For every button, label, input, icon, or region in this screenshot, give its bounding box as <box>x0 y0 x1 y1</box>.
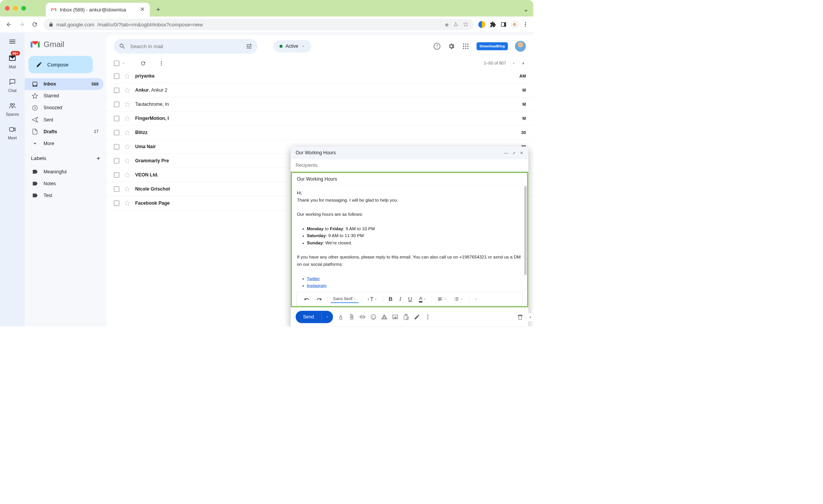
star-icon[interactable] <box>124 130 130 136</box>
message-checkbox[interactable] <box>114 158 119 163</box>
star-icon[interactable] <box>124 102 130 108</box>
nav-starred[interactable]: Starred <box>25 90 104 102</box>
italic-button[interactable]: I <box>397 294 404 304</box>
image-icon[interactable] <box>392 314 399 320</box>
star-icon[interactable] <box>124 116 130 122</box>
redo-button[interactable] <box>314 295 324 303</box>
prev-page-icon[interactable] <box>511 61 516 66</box>
list-button[interactable] <box>451 295 466 303</box>
font-selector[interactable]: Sans Serif <box>330 295 359 303</box>
send-button[interactable]: Send <box>296 311 333 323</box>
mini-chat[interactable]: Chat <box>4 77 21 93</box>
org-badge[interactable]: iDownloadBlog <box>476 42 508 50</box>
message-checkbox[interactable] <box>114 102 119 107</box>
message-checkbox[interactable] <box>114 73 119 79</box>
star-icon[interactable] <box>124 172 130 178</box>
status-chip[interactable]: Active <box>274 40 311 52</box>
nav-more[interactable]: More <box>25 137 104 149</box>
text-format-icon[interactable]: A <box>337 314 344 320</box>
compose-header[interactable]: Our Working Hours — ⤢ ✕ <box>291 147 528 159</box>
message-checkbox[interactable] <box>114 186 119 192</box>
more-options-icon[interactable] <box>159 60 165 66</box>
message-checkbox[interactable] <box>114 116 119 121</box>
star-icon[interactable] <box>124 144 130 150</box>
star-icon[interactable] <box>124 158 130 164</box>
message-checkbox[interactable] <box>114 144 119 149</box>
message-checkbox[interactable] <box>114 87 119 93</box>
reload-button[interactable] <box>31 21 39 29</box>
label-item[interactable]: Meaningful <box>25 166 104 178</box>
scrollbar[interactable] <box>524 186 527 275</box>
drive-icon[interactable] <box>381 314 388 320</box>
next-page-icon[interactable] <box>521 61 526 66</box>
tune-icon[interactable] <box>246 43 253 50</box>
subject-field[interactable]: Our Working Hours <box>292 173 527 186</box>
link-icon[interactable] <box>359 314 366 320</box>
nav-snoozed[interactable]: Snoozed <box>25 102 104 114</box>
undo-button[interactable] <box>301 295 312 303</box>
star-icon[interactable] <box>124 87 130 94</box>
more-format-button[interactable] <box>472 296 480 302</box>
message-checkbox[interactable] <box>114 200 119 206</box>
twitter-link[interactable]: Twitter <box>307 276 320 281</box>
search-input[interactable] <box>130 43 241 49</box>
diamond-icon[interactable]: ◈ <box>445 21 449 27</box>
label-item[interactable]: Test <box>25 189 104 201</box>
settings-icon[interactable] <box>448 42 455 50</box>
hamburger-menu-icon[interactable] <box>8 37 16 45</box>
emoji-icon[interactable] <box>370 314 377 320</box>
mini-meet[interactable]: Meet <box>4 124 21 141</box>
more-send-icon[interactable] <box>425 314 431 320</box>
apps-grid-icon[interactable] <box>462 42 469 50</box>
nav-drafts[interactable]: Drafts 17 <box>25 126 104 137</box>
bold-button[interactable]: B <box>386 294 395 304</box>
send-caret[interactable] <box>321 312 333 322</box>
message-row[interactable]: Ankur, Ankur 2 M <box>107 83 533 97</box>
url-bar[interactable]: mail.google.com/mail/u/0/?tab=rm&ogbl#in… <box>44 19 473 30</box>
kebab-menu-icon[interactable] <box>522 21 528 27</box>
message-row[interactable]: priyanka AM <box>107 69 533 83</box>
back-button[interactable] <box>5 21 13 29</box>
close-icon[interactable]: ✕ <box>520 150 523 155</box>
select-caret-icon[interactable] <box>122 61 125 65</box>
gmail-logo[interactable]: Gmail <box>25 35 107 56</box>
instagram-link[interactable]: Instagram <box>307 283 327 288</box>
side-panel-toggle[interactable] <box>526 313 533 321</box>
expand-icon[interactable]: ⤢ <box>512 150 515 155</box>
font-size-button[interactable]: тT <box>365 294 380 304</box>
window-maximize[interactable] <box>21 6 26 11</box>
nav-inbox[interactable]: Inbox 569 <box>25 78 104 90</box>
message-checkbox[interactable] <box>114 130 119 135</box>
help-icon[interactable]: ? <box>433 42 441 50</box>
text-color-button[interactable]: A <box>416 294 429 304</box>
message-row[interactable]: Tautachrome, In M <box>107 97 533 111</box>
extension-icon-1[interactable] <box>478 21 485 28</box>
underline-button[interactable]: U <box>406 294 415 304</box>
compose-body[interactable]: Hi, Thank you for messaging. I will be g… <box>292 186 527 292</box>
profile-avatar[interactable] <box>511 21 518 28</box>
recipients-field[interactable]: Recipients <box>291 159 528 172</box>
star-icon[interactable] <box>124 200 130 206</box>
browser-tab[interactable]: Inbox (569) - ankur@idownloa ✕ <box>46 3 150 16</box>
new-tab-button[interactable]: ＋ <box>155 5 162 14</box>
attach-icon[interactable] <box>348 314 355 320</box>
message-row[interactable]: Blitzz 30 <box>107 126 533 140</box>
nav-sent[interactable]: Sent <box>25 114 104 126</box>
tab-close-icon[interactable]: ✕ <box>140 6 145 13</box>
label-item[interactable]: Notes <box>25 178 104 189</box>
message-row[interactable]: FingerMotion, I M <box>107 111 533 126</box>
compose-button[interactable]: Compose <box>29 56 93 73</box>
mini-mail[interactable]: 99+ Mail <box>4 53 21 69</box>
signature-icon[interactable] <box>414 314 420 320</box>
star-icon[interactable] <box>124 73 130 79</box>
bookmark-star-icon[interactable] <box>463 21 468 27</box>
extensions-icon[interactable] <box>490 21 496 28</box>
refresh-icon[interactable] <box>140 60 146 66</box>
add-label-button[interactable]: + <box>97 154 100 162</box>
search-box[interactable] <box>114 39 258 54</box>
tab-overflow-icon[interactable]: ⌄ <box>523 6 528 13</box>
forward-button[interactable] <box>18 21 26 29</box>
star-icon[interactable] <box>124 186 130 192</box>
window-close[interactable] <box>5 6 10 11</box>
minimize-icon[interactable]: — <box>504 150 508 155</box>
